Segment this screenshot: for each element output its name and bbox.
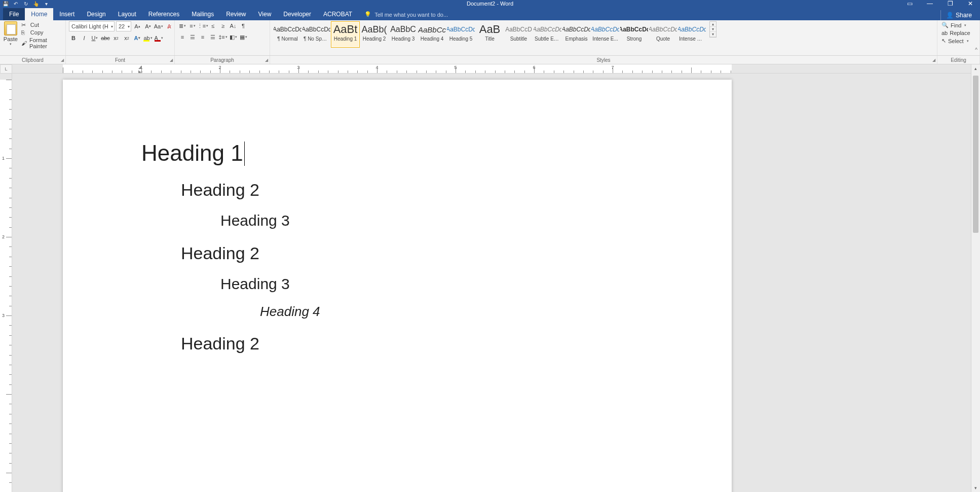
italic-button[interactable]: I	[80, 33, 89, 43]
decrease-indent-button[interactable]: ≤	[208, 21, 217, 30]
style-intense-q-[interactable]: AaBbCcDcIntense Q...	[677, 21, 706, 48]
tab-insert[interactable]: Insert	[53, 8, 81, 20]
line-spacing-button[interactable]: ‡≡	[218, 32, 228, 42]
collapse-ribbon-icon[interactable]: ^	[975, 47, 977, 53]
sort-button[interactable]: A↓	[229, 21, 238, 30]
qat-touch-mode-icon[interactable]: 👆	[32, 0, 40, 7]
select-button[interactable]: ↖Select▾	[940, 37, 971, 45]
left-indent-marker[interactable]: ▭	[138, 69, 143, 74]
highlight-button[interactable]: ab	[143, 33, 153, 43]
style-heading-2[interactable]: AaBb(Heading 2	[360, 21, 389, 48]
tab-home[interactable]: Home	[25, 8, 53, 20]
bullets-button[interactable]: ≣	[178, 21, 187, 30]
document-viewport[interactable]: Heading 1Heading 2Heading 3Heading 2Head…	[12, 74, 971, 492]
clear-formatting-button[interactable]: A̷	[165, 22, 174, 31]
clipboard-launcher-icon[interactable]: ◢	[61, 58, 64, 62]
text-effects-button[interactable]: A	[133, 33, 142, 43]
copy-button[interactable]: ⎘Copy	[20, 29, 62, 36]
tab-developer[interactable]: Developer	[277, 8, 317, 20]
styles-scroll-down-icon[interactable]: ▾	[710, 27, 716, 32]
style-subtitle[interactable]: AaBbCcDSubtitle	[504, 21, 533, 48]
style-heading-3[interactable]: AaBbCHeading 3	[389, 21, 418, 48]
ribbon-options-icon[interactable]: ▭	[902, 0, 917, 7]
heading-3[interactable]: Heading 3	[220, 212, 653, 229]
find-button[interactable]: 🔍Find▾	[940, 21, 971, 29]
strikethrough-button[interactable]: abc	[101, 33, 110, 43]
tab-view[interactable]: View	[252, 8, 278, 20]
cut-button[interactable]: ✂Cut	[20, 21, 62, 28]
document-page[interactable]: Heading 1Heading 2Heading 3Heading 2Head…	[63, 80, 732, 492]
tab-mailings[interactable]: Mailings	[185, 8, 220, 20]
styles-gallery[interactable]: AaBbCcDc¶ NormalAaBbCcDc¶ No Spac...AaBt…	[273, 21, 706, 48]
heading-2[interactable]: Heading 2	[181, 180, 653, 200]
multilevel-list-button[interactable]: ⋮≡	[198, 21, 207, 30]
align-left-button[interactable]: ≡	[178, 32, 187, 42]
font-launcher-icon[interactable]: ◢	[170, 58, 173, 62]
font-name-combo[interactable]: Calibri Light (H	[69, 21, 115, 31]
replace-button[interactable]: abReplace	[940, 29, 971, 37]
styles-scroll[interactable]: ▴ ▾ ▾	[709, 21, 717, 38]
style-intense-e-[interactable]: AaBbCcDcIntense E...	[591, 21, 620, 48]
style-quote[interactable]: AaBbCcDcQuote	[649, 21, 677, 48]
tab-file[interactable]: File	[3, 8, 25, 20]
borders-button[interactable]: ▦	[239, 32, 248, 42]
align-right-button[interactable]: ≡	[198, 32, 207, 42]
share-button[interactable]: 👤 Share	[940, 10, 977, 20]
show-marks-button[interactable]: ¶	[239, 21, 248, 30]
style-title[interactable]: AaBTitle	[475, 21, 504, 48]
superscript-button[interactable]: x2	[122, 33, 131, 43]
justify-button[interactable]: ☰	[208, 32, 217, 42]
heading-2[interactable]: Heading 2	[181, 334, 653, 354]
font-size-combo[interactable]: 22	[116, 21, 131, 31]
shrink-font-button[interactable]: A▾	[143, 22, 153, 31]
paragraph-launcher-icon[interactable]: ◢	[265, 58, 268, 62]
vertical-ruler[interactable]: 123	[0, 74, 12, 492]
subscript-button[interactable]: x2	[111, 33, 121, 43]
tell-me-search[interactable]: 💡 Tell me what you want to do...	[364, 11, 448, 20]
qat-redo-icon[interactable]: ↻	[22, 0, 29, 7]
style-strong[interactable]: AaBbCcDcStrong	[620, 21, 649, 48]
close-button[interactable]: ✕	[963, 0, 978, 7]
tab-design[interactable]: Design	[81, 8, 111, 20]
styles-scroll-up-icon[interactable]: ▴	[710, 22, 716, 27]
styles-expand-icon[interactable]: ▾	[710, 32, 716, 37]
heading-3[interactable]: Heading 3	[220, 275, 653, 293]
tab-layout[interactable]: Layout	[112, 8, 142, 20]
shading-button[interactable]: ◧	[229, 32, 238, 42]
qat-save-icon[interactable]: 💾	[2, 0, 9, 7]
style--no-spac-[interactable]: AaBbCcDc¶ No Spac...	[302, 21, 331, 48]
scroll-down-icon[interactable]: ▾	[971, 484, 980, 492]
tab-acrobat[interactable]: ACROBAT	[317, 8, 358, 20]
styles-launcher-icon[interactable]: ◢	[932, 58, 935, 62]
numbering-button[interactable]: ≡	[188, 21, 197, 30]
scrollbar-thumb[interactable]	[973, 76, 978, 233]
bold-button[interactable]: B	[69, 33, 78, 43]
style--normal[interactable]: AaBbCcDc¶ Normal	[273, 21, 302, 48]
heading-2[interactable]: Heading 2	[181, 243, 653, 263]
tab-references[interactable]: References	[142, 8, 185, 20]
qat-customize-icon[interactable]: ▾	[43, 0, 50, 7]
ruler-tab-selector[interactable]: L	[0, 64, 12, 74]
style-heading-4[interactable]: AaBbCcHeading 4	[418, 21, 446, 48]
tab-review[interactable]: Review	[220, 8, 252, 20]
change-case-button[interactable]: Aa	[154, 22, 163, 31]
heading-1[interactable]: Heading 1	[141, 140, 653, 166]
style-heading-5[interactable]: AaBbCcDcHeading 5	[446, 21, 475, 48]
style-emphasis[interactable]: AaBbCcDcEmphasis	[562, 21, 591, 48]
underline-button[interactable]: U	[90, 33, 99, 43]
grow-font-button[interactable]: A▴	[133, 22, 142, 31]
style-subtle-em-[interactable]: AaBbCcDcSubtle Em...	[533, 21, 562, 48]
minimize-button[interactable]: —	[922, 0, 937, 7]
increase-indent-button[interactable]: ≥	[218, 21, 228, 30]
heading-4[interactable]: Heading 4	[260, 304, 653, 320]
paste-button[interactable]: Paste ▾	[3, 21, 18, 46]
scroll-up-icon[interactable]: ▴	[971, 64, 980, 73]
font-color-button[interactable]: A	[154, 33, 163, 43]
qat-undo-icon[interactable]: ↶	[12, 0, 19, 7]
maximize-button[interactable]: ❐	[943, 0, 958, 7]
format-painter-button[interactable]: 🖌Format Painter	[20, 37, 62, 50]
horizontal-ruler[interactable]: 1234567◢◣▭	[12, 64, 971, 74]
vertical-scrollbar[interactable]: ▴ ▾	[971, 64, 980, 492]
style-heading-1[interactable]: AaBtHeading 1	[331, 21, 360, 48]
align-center-button[interactable]: ☰	[188, 32, 197, 42]
